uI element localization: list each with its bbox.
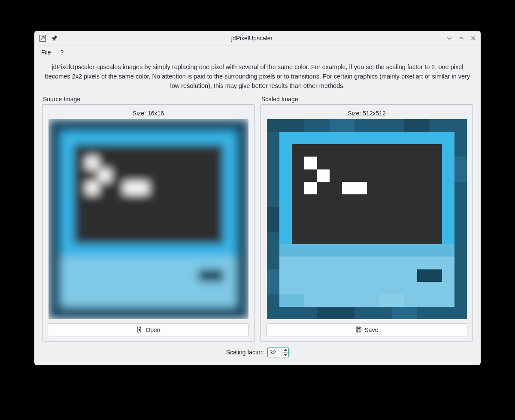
svg-rect-6 [86, 157, 98, 169]
save-button[interactable]: Save [266, 323, 467, 336]
scaling-factor-label: Scaling factor: [226, 349, 264, 356]
image-panels: Source Image Size: 16x16 [42, 95, 473, 342]
svg-rect-16 [267, 207, 279, 232]
minimize-button[interactable] [445, 34, 453, 42]
menu-help[interactable]: ? [59, 48, 66, 57]
svg-rect-7 [98, 169, 111, 182]
source-frame: Size: 16x16 [42, 104, 254, 342]
menu-file[interactable]: File [39, 48, 53, 57]
svg-rect-27 [304, 157, 317, 169]
svg-rect-23 [279, 245, 454, 257]
spin-up-button[interactable] [282, 347, 288, 353]
maximize-button[interactable] [457, 34, 465, 42]
pin-icon[interactable] [51, 34, 58, 42]
scaled-size-label: Size: 512x512 [266, 110, 467, 117]
svg-rect-28 [317, 169, 329, 182]
svg-rect-13 [329, 119, 354, 132]
scaled-group-label: Scaled Image [261, 95, 473, 104]
scaled-panel: Scaled Image Size: 512x512 [261, 95, 473, 342]
svg-rect-19 [392, 307, 417, 319]
svg-rect-14 [404, 119, 429, 132]
source-size-label: Size: 16x16 [48, 110, 249, 117]
scaling-factor-row: Scaling factor: [42, 347, 473, 357]
open-button[interactable]: Open [48, 323, 249, 336]
titlebar: jdPixelUpscaler [34, 31, 481, 45]
save-button-label: Save [365, 326, 379, 333]
svg-rect-18 [317, 307, 354, 319]
svg-rect-31 [357, 327, 360, 328]
document-save-icon [355, 326, 362, 334]
description-text: jdPixelUpscaler upscales images by simpl… [42, 62, 473, 95]
scaling-factor-input[interactable] [268, 347, 282, 357]
svg-rect-25 [379, 294, 404, 307]
scaling-factor-spinbox[interactable] [267, 347, 289, 357]
svg-rect-12 [267, 119, 304, 132]
svg-rect-29 [304, 182, 317, 194]
content-area: jdPixelUpscaler upscales images by simpl… [34, 59, 481, 365]
svg-rect-10 [198, 269, 223, 282]
svg-rect-8 [86, 182, 98, 194]
svg-rect-24 [279, 294, 304, 307]
open-button-label: Open [145, 326, 160, 333]
svg-rect-32 [357, 330, 360, 332]
svg-rect-26 [417, 269, 442, 282]
svg-rect-30 [342, 182, 367, 194]
svg-rect-15 [454, 157, 467, 182]
svg-rect-17 [267, 269, 279, 294]
source-group-label: Source Image [42, 95, 254, 104]
source-panel: Source Image Size: 16x16 [42, 95, 254, 342]
document-open-icon [136, 326, 143, 334]
menubar: File ? [34, 45, 481, 59]
keep-above-icon[interactable] [39, 34, 46, 42]
window-title: jdPixelUpscaler [58, 35, 445, 42]
spin-down-button[interactable] [282, 353, 288, 357]
close-button[interactable] [470, 34, 477, 42]
spin-buttons [282, 347, 288, 357]
scaled-frame: Size: 512x512 [261, 104, 473, 342]
source-image-preview [48, 119, 248, 319]
svg-rect-9 [123, 182, 148, 194]
app-window: jdPixelUpscaler File ? jdPix [34, 31, 481, 365]
scaled-image-preview [267, 119, 467, 319]
